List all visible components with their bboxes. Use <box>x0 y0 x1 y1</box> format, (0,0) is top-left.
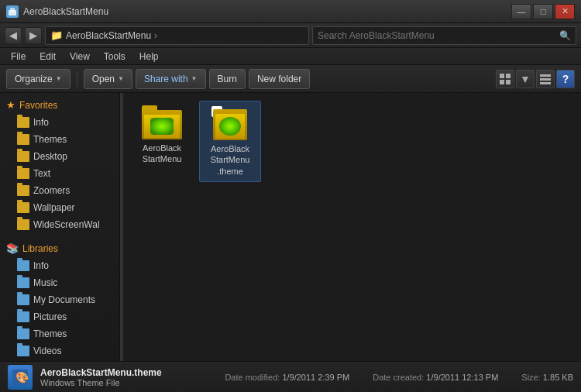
date-created-value: 1/9/2011 12:13 PM <box>426 373 498 382</box>
toolbar-separator <box>77 71 77 87</box>
open-button[interactable]: Open ▼ <box>84 69 132 89</box>
sidebar-item-themes[interactable]: Themes <box>0 131 119 148</box>
theme-file-icon: ✓ <box>210 106 250 140</box>
view-grid-button[interactable] <box>496 70 514 88</box>
status-bar: 🎨 AeroBlackStartMenu.theme Windows Theme… <box>0 361 581 392</box>
view-buttons: ▼ ? <box>496 70 575 88</box>
breadcrumb-folder-icon: 📁 <box>50 29 63 41</box>
svg-text:🎨: 🎨 <box>15 371 28 384</box>
sidebar-item-lib-themes[interactable]: Themes <box>0 325 119 342</box>
share-arrow-icon: ▼ <box>191 75 198 82</box>
sidebar-item-text[interactable]: Text <box>0 165 119 182</box>
menu-tools[interactable]: Tools <box>98 50 132 64</box>
sidebar-item-zoomers[interactable]: Zoomers <box>0 182 119 199</box>
breadcrumb[interactable]: 📁 AeroBlackStartMenu › <box>45 26 309 45</box>
menu-view[interactable]: View <box>64 50 96 64</box>
svg-rect-5 <box>500 80 504 84</box>
sidebar-item-label: Text <box>33 168 50 179</box>
minimize-button[interactable]: — <box>511 4 531 19</box>
file-item-theme[interactable]: ✓ AeroBlackStartMenu.theme <box>199 101 261 182</box>
new-folder-label: New folder <box>257 74 301 84</box>
sidebar-item-label: Music <box>33 277 57 288</box>
favorites-star-icon: ★ <box>6 99 15 111</box>
menu-edit[interactable]: Edit <box>33 50 62 64</box>
address-bar: ◀ ▶ 📁 AeroBlackStartMenu › 🔍 <box>0 23 581 48</box>
search-input[interactable] <box>318 30 556 41</box>
organize-arrow-icon: ▼ <box>56 75 62 82</box>
file-area[interactable]: AeroBlackStartMenu ✓ AeroBlackStartMenu.… <box>123 93 581 361</box>
sidebar-separator <box>0 233 119 239</box>
status-meta: Date modified: 1/9/2011 2:39 PM Date cre… <box>225 373 573 382</box>
size-label: Size: <box>521 373 540 382</box>
window-title: AeroBlackStartMenu <box>23 6 511 17</box>
burn-button[interactable]: Burn <box>209 69 246 89</box>
status-date-created: Date created: 1/9/2011 12:13 PM <box>373 373 498 382</box>
window-icon <box>6 5 19 18</box>
forward-button[interactable]: ▶ <box>25 27 42 44</box>
date-created-label: Date created: <box>373 373 424 382</box>
folder-inner <box>144 115 180 138</box>
status-size: Size: 1.85 KB <box>521 373 573 382</box>
sidebar-item-lib-music[interactable]: Music <box>0 274 119 291</box>
libraries-header[interactable]: 📚 Libraries <box>0 239 119 257</box>
sidebar-item-widescreenwal[interactable]: WideScreenWal <box>0 216 119 233</box>
favorites-label: Favorites <box>19 100 57 111</box>
menu-help[interactable]: Help <box>133 50 165 64</box>
libraries-label: Libraries <box>22 243 58 254</box>
window-controls: — □ ✕ <box>511 4 575 19</box>
favorites-header[interactable]: ★ Favorites <box>0 96 119 114</box>
sidebar-item-lib-info[interactable]: Info <box>0 257 119 274</box>
sidebar-item-label: Zoomers <box>33 185 70 196</box>
svg-rect-8 <box>540 78 551 81</box>
maximize-button[interactable]: □ <box>533 4 553 19</box>
organize-button[interactable]: Organize ▼ <box>6 69 70 89</box>
sidebar-item-lib-videos[interactable]: Videos <box>0 342 119 359</box>
status-date-modified: Date modified: 1/9/2011 2:39 PM <box>225 373 349 382</box>
sidebar-item-wallpaper[interactable]: Wallpaper <box>0 199 119 216</box>
help-button[interactable]: ? <box>556 70 575 88</box>
folder-icon <box>17 185 29 196</box>
search-icon: 🔍 <box>559 30 571 41</box>
file-label: AeroBlackStartMenu.theme <box>211 143 250 177</box>
svg-rect-9 <box>540 82 551 84</box>
sidebar-item-lib-mydocuments[interactable]: My Documents <box>0 291 119 308</box>
main-container: ★ Favorites Info Themes Desktop Text Zoo… <box>0 93 581 361</box>
breadcrumb-arrow: › <box>154 30 157 41</box>
sidebar-item-info[interactable]: Info <box>0 114 119 131</box>
back-button[interactable]: ◀ <box>5 27 22 44</box>
svg-rect-4 <box>506 74 511 78</box>
folder-icon <box>17 151 29 162</box>
new-folder-button[interactable]: New folder <box>249 69 310 89</box>
date-modified-value: 1/9/2011 2:39 PM <box>282 373 349 382</box>
folder-icon <box>17 168 29 179</box>
menu-file[interactable]: File <box>5 50 32 64</box>
menu-bar: File Edit View Tools Help <box>0 48 581 65</box>
close-button[interactable]: ✕ <box>555 4 575 19</box>
svg-rect-3 <box>500 74 504 78</box>
svg-rect-6 <box>506 80 511 84</box>
burn-label: Burn <box>218 74 237 84</box>
status-filename: AeroBlackStartMenu.theme <box>40 367 201 378</box>
open-label: Open <box>92 74 115 84</box>
lib-folder-icon <box>17 346 29 356</box>
status-filetype: Windows Theme File <box>40 378 201 387</box>
sidebar-item-label: Wallpaper <box>33 202 75 213</box>
date-modified-label: Date modified: <box>225 373 280 382</box>
folder-icon <box>17 117 29 128</box>
share-button[interactable]: Share with ▼ <box>136 69 206 89</box>
theme-file-glow <box>219 117 241 136</box>
view-detail-button[interactable] <box>536 70 555 88</box>
file-label: AeroBlackStartMenu <box>143 143 182 165</box>
view-arrow-button[interactable]: ▼ <box>516 70 535 88</box>
sidebar-item-lib-pictures[interactable]: Pictures <box>0 308 119 325</box>
folder-icon <box>17 134 29 145</box>
lib-folder-icon <box>17 294 29 305</box>
sidebar-item-desktop[interactable]: Desktop <box>0 148 119 165</box>
toolbar: Organize ▼ Open ▼ Share with ▼ Burn New … <box>0 65 581 93</box>
sidebar-item-label: Info <box>33 260 49 271</box>
search-box[interactable]: 🔍 <box>312 26 576 45</box>
sidebar-item-label: Pictures <box>33 311 67 322</box>
status-details: AeroBlackStartMenu.theme Windows Theme F… <box>40 367 201 387</box>
file-item-folder[interactable]: AeroBlackStartMenu <box>131 101 193 182</box>
libraries-icon: 📚 <box>6 242 19 254</box>
